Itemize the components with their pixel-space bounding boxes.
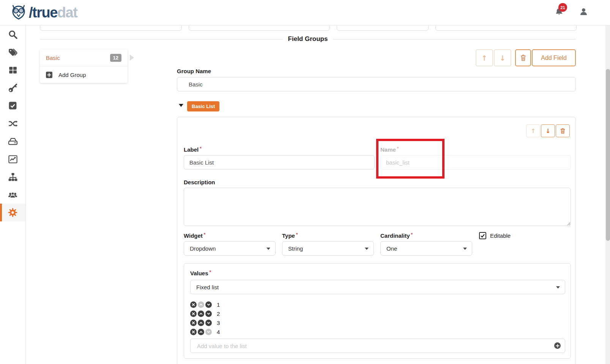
remove-value-icon[interactable] [190, 301, 197, 308]
sidebar-item-tags[interactable] [0, 43, 25, 61]
name-field-input[interactable] [380, 155, 571, 169]
truncated-input-1[interactable] [40, 25, 182, 31]
label-field-input[interactable] [184, 155, 375, 169]
add-field-button[interactable]: Add Field [532, 49, 576, 66]
values-box: Values Fixed list 1 [184, 263, 571, 359]
main-sidebar [0, 25, 26, 364]
sidebar-item-groups[interactable] [0, 186, 25, 204]
add-value-plus-icon[interactable] [554, 342, 561, 349]
search-icon [8, 30, 18, 39]
add-group-button[interactable]: Add Group [40, 66, 128, 83]
sidebar-item-structures[interactable] [0, 168, 25, 186]
cardinality-selected-value: One [386, 245, 397, 252]
move-group-up-button[interactable]: ↑ [476, 49, 493, 66]
label-field-label: Label [184, 146, 202, 153]
move-value-down-icon[interactable] [205, 311, 212, 317]
field-groups-panel: Basic 12 Add Group [40, 49, 128, 83]
collapse-caret-icon[interactable] [179, 104, 183, 107]
sidebar-item-modules[interactable] [0, 61, 25, 79]
scrollbar [605, 25, 610, 364]
values-label: Values [190, 270, 211, 276]
move-value-down-icon[interactable] [205, 301, 212, 308]
move-value-up-icon[interactable] [198, 320, 204, 326]
description-label: Description [184, 179, 215, 185]
value-label: 2 [217, 311, 220, 317]
delete-group-button[interactable] [515, 49, 531, 66]
description-textarea[interactable] [184, 188, 571, 226]
logo-wordmark: /truedat [29, 4, 77, 21]
chevron-right-icon [130, 55, 134, 61]
chart-line-icon [8, 154, 18, 164]
app-header: /truedat 21 [0, 0, 610, 25]
section-title: Field Groups [288, 35, 328, 43]
delete-field-button[interactable] [556, 124, 570, 137]
trash-icon [560, 128, 566, 134]
sidebar-item-permissions[interactable] [0, 79, 25, 97]
group-toolbar: ↑ ↓ Add Field [476, 49, 576, 66]
group-name-input[interactable] [177, 77, 576, 91]
move-field-down-button[interactable]: ↓ [541, 124, 555, 137]
arrow-down-icon: ↓ [500, 54, 506, 62]
gear-icon [8, 207, 18, 218]
value-list-item: 2 [190, 309, 220, 318]
section-divider: Field Groups [40, 36, 576, 42]
move-value-up-icon[interactable] [198, 311, 204, 317]
truedat-app: /truedat 21 [0, 0, 610, 364]
value-label: 3 [217, 320, 220, 326]
move-value-up-icon [198, 301, 204, 308]
group-name-label: Group Name [177, 68, 211, 74]
remove-value-icon[interactable] [190, 311, 197, 317]
editable-checkbox[interactable] [479, 232, 486, 239]
value-list-item: 4 [190, 327, 220, 336]
widget-selected-value: Dropdown [190, 245, 216, 252]
sidebar-item-lineage[interactable] [0, 115, 25, 132]
move-value-up-icon[interactable] [198, 329, 204, 335]
add-field-label: Add Field [541, 55, 567, 61]
add-value-input[interactable] [190, 339, 565, 353]
arrow-up-icon: ↑ [481, 54, 487, 62]
remove-value-icon[interactable] [190, 329, 197, 335]
main-content: Field Groups Basic 12 Add Group ↑ ↓ [26, 25, 605, 364]
move-value-down-icon [205, 329, 212, 335]
truncated-input-2[interactable] [189, 25, 330, 31]
sidebar-item-sources[interactable] [0, 132, 25, 150]
values-list: 1 2 3 [190, 300, 220, 336]
type-select[interactable]: String [282, 241, 374, 256]
sidebar-item-settings[interactable] [0, 204, 25, 221]
sidebar-item-quality[interactable] [0, 97, 25, 115]
value-list-item: 3 [190, 318, 220, 327]
check-square-icon [8, 101, 17, 110]
plus-square-icon [46, 72, 52, 78]
group-item-basic[interactable]: Basic 12 [40, 49, 128, 66]
move-value-down-icon[interactable] [205, 320, 212, 326]
user-profile-icon[interactable] [579, 7, 588, 17]
truedat-logo[interactable]: /truedat [10, 4, 77, 21]
sidebar-item-dashboards[interactable] [0, 150, 25, 168]
values-source-select[interactable]: Fixed list [190, 280, 565, 294]
move-field-up-button[interactable]: ↑ [526, 124, 540, 137]
divider-line-right [333, 39, 576, 39]
cardinality-label: Cardinality [380, 232, 413, 239]
move-group-down-button[interactable]: ↓ [494, 49, 511, 66]
hard-drive-icon [8, 136, 18, 146]
shuffle-icon [8, 119, 18, 129]
chevron-down-icon [556, 286, 560, 289]
remove-value-icon[interactable] [190, 320, 197, 326]
scrollbar-thumb[interactable] [606, 69, 610, 241]
chevron-down-icon [266, 248, 270, 250]
cardinality-select[interactable]: One [380, 241, 472, 256]
add-value-row [190, 339, 565, 353]
sitemap-icon [8, 172, 18, 182]
checkmark-icon [480, 233, 485, 238]
field-tag-basic-list[interactable]: Basic List [187, 101, 219, 111]
truncated-input-4[interactable] [435, 25, 577, 31]
sidebar-item-search[interactable] [0, 25, 25, 43]
group-count-badge: 12 [110, 54, 121, 62]
type-selected-value: String [288, 245, 303, 252]
truncated-input-3[interactable] [337, 25, 429, 31]
chevron-down-icon [463, 248, 467, 250]
grid-icon [8, 65, 18, 75]
key-icon [8, 83, 18, 93]
widget-select[interactable]: Dropdown [184, 241, 276, 256]
group-name: Basic [46, 55, 110, 61]
